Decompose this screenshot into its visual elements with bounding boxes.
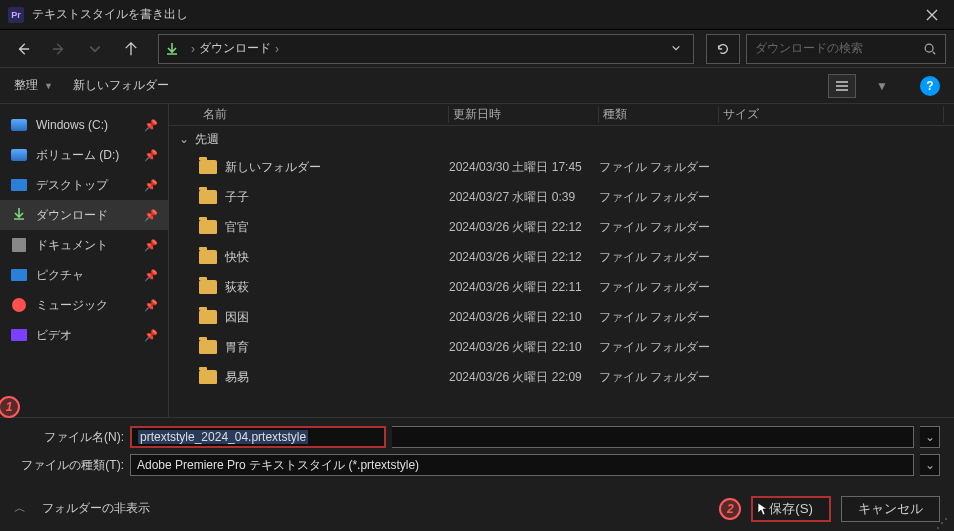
help-button[interactable]: ? (920, 76, 940, 96)
cancel-button[interactable]: キャンセル (841, 496, 940, 522)
file-row[interactable]: 官官2024/03/26 火曜日 22:12ファイル フォルダー (169, 212, 954, 242)
pin-icon: 📌 (144, 119, 158, 132)
view-mode-button[interactable] (828, 74, 856, 98)
filetype-label: ファイルの種類(T): (14, 457, 124, 474)
toolbar: 整理▼ 新しいフォルダー ▼ ? (0, 68, 954, 104)
file-row[interactable]: 胃育2024/03/26 火曜日 22:10ファイル フォルダー (169, 332, 954, 362)
sidebar-item[interactable]: ダウンロード📌 (0, 200, 168, 230)
hide-folders-button[interactable]: フォルダーの非表示 (42, 500, 709, 517)
app-icon: Pr (8, 7, 24, 23)
file-row[interactable]: 子子2024/03/27 水曜日 0:39ファイル フォルダー (169, 182, 954, 212)
breadcrumb-sep: › (275, 42, 279, 56)
col-type[interactable]: 種類 (599, 106, 719, 123)
up-button[interactable] (116, 35, 146, 63)
column-header[interactable]: 名前 更新日時 種類 サイズ (169, 104, 954, 126)
folder-icon (199, 190, 217, 204)
forward-button[interactable] (44, 35, 74, 63)
sidebar-item[interactable]: ピクチャ📌 (0, 260, 168, 290)
video-icon (10, 328, 28, 342)
file-row[interactable]: 新しいフォルダー2024/03/30 土曜日 17:45ファイル フォルダー (169, 152, 954, 182)
folder-icon (199, 160, 217, 174)
refresh-button[interactable] (706, 34, 740, 64)
sidebar-item[interactable]: デスクトップ📌 (0, 170, 168, 200)
dialog-title: テキストスタイルを書き出し (32, 6, 909, 23)
col-name[interactable]: 名前 (199, 106, 449, 123)
back-button[interactable] (8, 35, 38, 63)
sidebar-item[interactable]: Windows (C:)📌 (0, 110, 168, 140)
file-name: 易易 (225, 369, 449, 386)
annotation-marker-2: 2 (719, 498, 741, 520)
file-date: 2024/03/27 水曜日 0:39 (449, 189, 599, 206)
close-button[interactable] (909, 0, 954, 30)
sidebar-item-label: デスクトップ (36, 177, 136, 194)
file-type: ファイル フォルダー (599, 249, 719, 266)
chevron-down-icon: ⌄ (179, 132, 189, 146)
sidebar-item-label: Windows (C:) (36, 118, 136, 132)
file-name: 胃育 (225, 339, 449, 356)
bottom-fields: 1 ファイル名(N): prtextstyle_2024_04.prtextst… (0, 417, 954, 486)
file-type: ファイル フォルダー (599, 189, 719, 206)
close-icon (926, 9, 938, 21)
sidebar-item-label: ビデオ (36, 327, 136, 344)
file-name: 因困 (225, 309, 449, 326)
filename-value: prtextstyle_2024_04.prtextstyle (138, 430, 308, 444)
file-row[interactable]: 快快2024/03/26 火曜日 22:12ファイル フォルダー (169, 242, 954, 272)
file-type: ファイル フォルダー (599, 219, 719, 236)
arrow-left-icon (16, 42, 30, 56)
file-type: ファイル フォルダー (599, 339, 719, 356)
col-date[interactable]: 更新日時 (449, 106, 599, 123)
folder-icon (199, 370, 217, 384)
search-input[interactable]: ダウンロードの検索 (746, 34, 946, 64)
file-name: 官官 (225, 219, 449, 236)
download-icon (10, 208, 28, 222)
address-dropdown[interactable] (665, 42, 687, 56)
navbar: › ダウンロード › ダウンロードの検索 (0, 30, 954, 68)
pin-icon: 📌 (144, 149, 158, 162)
file-date: 2024/03/26 火曜日 22:12 (449, 249, 599, 266)
recent-button[interactable] (80, 35, 110, 63)
sidebar-item[interactable]: ビデオ📌 (0, 320, 168, 350)
breadcrumb-current[interactable]: ダウンロード (199, 40, 271, 57)
folder-icon (199, 250, 217, 264)
sidebar-item[interactable]: ミュージック📌 (0, 290, 168, 320)
filetype-dropdown[interactable]: ⌄ (920, 454, 940, 476)
file-date: 2024/03/26 火曜日 22:10 (449, 339, 599, 356)
file-date: 2024/03/30 土曜日 17:45 (449, 159, 599, 176)
chevron-up-icon[interactable]: ︿ (14, 500, 26, 517)
save-button[interactable]: 保存(S) (751, 496, 831, 522)
resize-grip[interactable]: ⋰ (936, 519, 948, 527)
new-folder-button[interactable]: 新しいフォルダー (73, 77, 169, 94)
filename-label: ファイル名(N): (14, 429, 124, 446)
file-name: 子子 (225, 189, 449, 206)
file-row[interactable]: 易易2024/03/26 火曜日 22:09ファイル フォルダー (169, 362, 954, 392)
file-list[interactable]: ⌄ 先週 新しいフォルダー2024/03/30 土曜日 17:45ファイル フォ… (169, 126, 954, 417)
sidebar-item-label: ピクチャ (36, 267, 136, 284)
group-header[interactable]: ⌄ 先週 (169, 126, 954, 152)
sidebar-item[interactable]: ボリューム (D:)📌 (0, 140, 168, 170)
save-label: 保存(S) (769, 500, 813, 518)
filetype-select[interactable]: Adobe Premiere Pro テキストスタイル (*.prtextsty… (130, 454, 914, 476)
drive-icon (10, 118, 28, 132)
pin-icon: 📌 (144, 179, 158, 192)
filetype-value: Adobe Premiere Pro テキストスタイル (*.prtextsty… (137, 457, 419, 474)
address-bar[interactable]: › ダウンロード › (158, 34, 694, 64)
pin-icon: 📌 (144, 209, 158, 222)
doc-icon (10, 238, 28, 252)
file-date: 2024/03/26 火曜日 22:09 (449, 369, 599, 386)
filename-dropdown[interactable]: ⌄ (920, 426, 940, 448)
folder-icon (199, 340, 217, 354)
pin-icon: 📌 (144, 269, 158, 282)
file-row[interactable]: 因困2024/03/26 火曜日 22:10ファイル フォルダー (169, 302, 954, 332)
filename-input[interactable]: prtextstyle_2024_04.prtextstyle (130, 426, 386, 448)
file-type: ファイル フォルダー (599, 159, 719, 176)
sidebar-item-label: ダウンロード (36, 207, 136, 224)
file-row[interactable]: 荻萩2024/03/26 火曜日 22:11ファイル フォルダー (169, 272, 954, 302)
organize-button[interactable]: 整理▼ (14, 77, 53, 94)
list-icon (835, 80, 849, 92)
view-dropdown[interactable]: ▼ (876, 79, 888, 93)
sidebar-item[interactable]: ドキュメント📌 (0, 230, 168, 260)
file-date: 2024/03/26 火曜日 22:11 (449, 279, 599, 296)
col-size[interactable]: サイズ (719, 106, 944, 123)
sidebar: Windows (C:)📌ボリューム (D:)📌デスクトップ📌ダウンロード📌ドキ… (0, 104, 168, 417)
filename-input-extend[interactable] (392, 426, 914, 448)
